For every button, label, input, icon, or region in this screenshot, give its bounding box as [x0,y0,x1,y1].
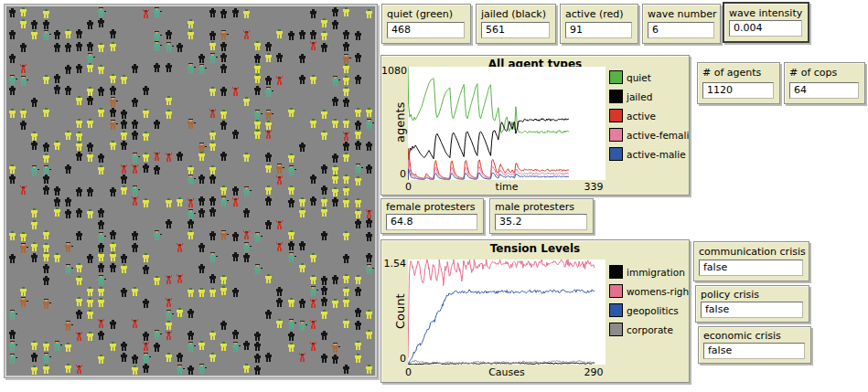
legend-item: immigration [609,262,690,281]
monitor-value: 561 [481,22,550,38]
monitor-value: 1120 [702,82,774,99]
legend-swatch [609,323,623,336]
legend-item: active-femalie [609,125,690,144]
legend-label: active-femalie [627,130,690,141]
x-axis-label: time [461,181,552,193]
legend-label: active [627,111,656,122]
monitor-value: 64.8 [386,214,477,230]
x-axis-max-tick: 290 [578,366,609,378]
monitor-value: 468 [387,22,465,38]
monitor-wave-intensity: wave intensity 0.004 [723,2,809,43]
monitor-num-agents: # of agents 1120 [697,62,780,104]
plot-area [408,260,605,365]
legend-swatch [609,70,623,84]
legend-swatch [609,147,623,161]
y-axis-label: Count [393,293,407,329]
monitor-label: # of cops [785,63,864,79]
monitor-value: 6 [648,22,714,38]
world-canvas[interactable] [7,7,375,376]
x-axis-min-tick: 0 [405,366,412,378]
monitor-label: communication crisis [694,242,809,258]
monitor-label: female protesters [381,199,483,213]
monitor-communication-crisis: communication crisis false [693,241,809,281]
legend-item: active [609,106,690,125]
legend-swatch [609,303,623,317]
monitor-policy-crisis: policy crisis false [695,285,809,323]
netlogo-interface: quiet (green) 468 jailed (black) 561 act… [0,0,868,392]
legend-item: geopolitics [609,301,690,320]
plot-tension-levels: Tension Levels 1.54 0 Count 0 Causes 290… [380,239,690,383]
y-axis-label: agents [393,102,407,143]
monitor-wave-number: wave number 6 [642,4,721,44]
plot-all-agent-types: All agent types 1080 0 agents 0 time 339… [380,55,690,196]
monitor-quiet: quiet (green) 468 [381,4,471,44]
monitor-female-protesters: female protesters 64.8 [380,198,484,234]
monitor-jailed: jailed (black) 561 [476,4,556,44]
legend-label: immigration [627,267,685,278]
monitor-value: 0.004 [729,20,802,37]
monitor-value: 91 [565,22,632,38]
legend-label: quiet [627,72,651,83]
monitor-label: # of agents [698,63,779,79]
monitor-label: active (red) [561,5,638,20]
legend-label: jailed [627,91,652,102]
legend-swatch [609,128,623,142]
plot-legend: quietjailedactiveactive-femalieactive-ma… [609,68,690,164]
world-view[interactable] [4,4,378,378]
x-axis-min-tick: 0 [405,181,412,193]
monitor-label: jailed (black) [477,5,555,20]
legend-item: quiet [609,68,690,87]
legend-item: corporate [609,320,690,339]
legend-item: active-malie [609,144,690,164]
monitor-value: 35.2 [495,214,587,230]
legend-label: active-malie [627,149,686,160]
monitor-label: wave number [643,5,720,20]
x-axis-max-tick: 339 [578,181,609,193]
monitor-value: 64 [789,82,859,99]
legend-label: geopolitics [627,305,679,316]
y-axis-max-tick: 1.54 [381,258,406,270]
monitor-label: policy crisis [696,286,809,301]
plot-legend: immigrationwomens-rightsgeopoliticscorpo… [609,262,690,339]
legend-swatch [609,284,623,298]
monitor-label: male protesters [490,199,593,213]
y-axis-min-tick: 0 [381,353,406,365]
monitor-value: false [699,260,803,276]
legend-item: womens-rights [609,281,690,301]
monitor-label: wave intensity [724,4,808,19]
legend-swatch [609,90,623,103]
monitor-label: quiet (green) [382,5,470,20]
monitor-economic-crisis: economic crisis false [698,326,811,364]
legend-swatch [609,265,623,279]
monitor-label: economic crisis [699,327,810,342]
monitor-value: false [701,302,803,318]
plot-title: Tension Levels [381,242,689,255]
legend-swatch [609,109,623,122]
monitor-active: active (red) 91 [560,4,638,44]
monitor-value: false [703,343,805,359]
monitor-num-cops: # of cops 64 [784,62,865,104]
legend-label: corporate [627,324,673,335]
legend-label: womens-rights [627,286,690,297]
legend-item: jailed [609,87,690,106]
y-axis-max-tick: 1080 [381,65,406,77]
plot-area [408,67,605,180]
monitor-male-protesters: male protesters 35.2 [489,198,594,234]
y-axis-min-tick: 0 [381,168,406,180]
x-axis-label: Causes [461,366,552,378]
